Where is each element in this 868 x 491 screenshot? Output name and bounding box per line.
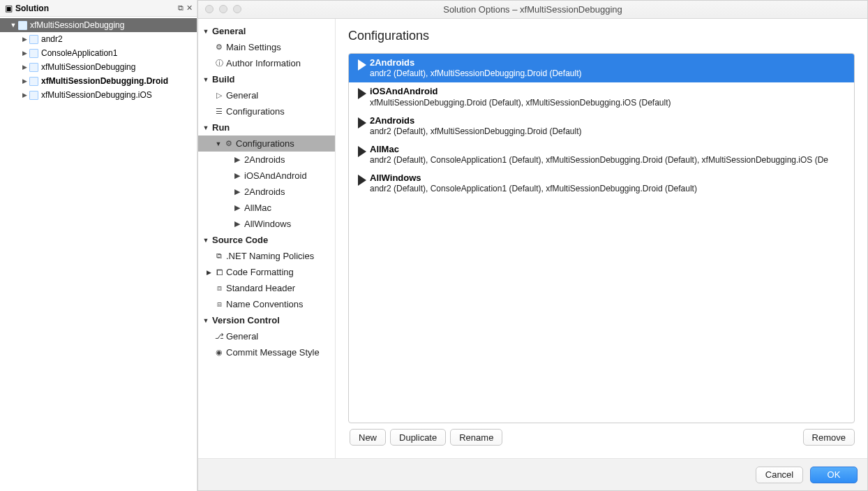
chevron-down-icon[interactable]: ▼ <box>201 124 211 131</box>
chevron-down-icon[interactable]: ▼ <box>214 140 223 147</box>
chevron-right-icon[interactable]: ▶ <box>20 64 29 71</box>
nav-item-build-configurations[interactable]: ☰Configurations <box>198 103 335 119</box>
project-label: xfMultiSessionDebugging <box>41 62 135 72</box>
content-pane: Configurations 2Androids andr2 (Default)… <box>336 19 867 458</box>
configuration-name: AllMac <box>370 144 848 155</box>
gear-icon: ⚙ <box>223 139 234 148</box>
chevron-down-icon[interactable]: ▼ <box>201 237 211 244</box>
nav-item-main-settings[interactable]: ⚙Main Settings <box>198 39 335 55</box>
play-icon: ▶ <box>232 171 243 180</box>
play-icon: ▶ <box>232 203 243 212</box>
window-close-button[interactable] <box>205 5 214 13</box>
branch-icon: ⎇ <box>214 332 225 341</box>
nav-section-general[interactable]: ▼General <box>198 23 335 39</box>
ok-button[interactable]: OK <box>810 467 858 483</box>
play-icon: ▶ <box>232 187 243 196</box>
rename-button[interactable]: Rename <box>450 429 502 446</box>
project-icon <box>29 49 38 58</box>
configuration-desc: xfMultiSessionDebugging.Droid (Default),… <box>370 98 848 108</box>
project-label: xfMultiSessionDebugging.iOS <box>41 90 152 100</box>
panel-pin-button[interactable]: ⧉ <box>178 3 184 13</box>
configuration-name: 2Androids <box>370 57 848 68</box>
nav-item-name-conventions[interactable]: ⧇Name Conventions <box>198 296 335 312</box>
nav-item-author-info[interactable]: ⓘAuthor Information <box>198 55 335 71</box>
nav-item-run-config[interactable]: ▶AllWindows <box>198 216 335 232</box>
configuration-item[interactable]: 2Androids andr2 (Default), xfMultiSessio… <box>349 54 854 82</box>
nav-item-naming-policies[interactable]: ⧉.NET Naming Policies <box>198 248 335 264</box>
chevron-right-icon[interactable]: ▶ <box>204 269 214 276</box>
project-item[interactable]: ▶ ConsoleApplication1 <box>0 46 197 60</box>
configuration-desc: andr2 (Default), xfMultiSessionDebugging… <box>370 68 848 79</box>
play-icon <box>354 143 370 158</box>
chevron-right-icon[interactable]: ▶ <box>20 91 29 98</box>
project-item[interactable]: ▶ xfMultiSessionDebugging.iOS <box>0 88 197 102</box>
solution-root-item[interactable]: ▼ xfMultiSessionDebugging <box>0 18 197 32</box>
play-icon: ▶ <box>232 219 243 228</box>
panel-close-button[interactable]: ✕ <box>186 3 193 13</box>
solution-root-label: xfMultiSessionDebugging <box>30 20 124 30</box>
solution-panel-header: ▣ Solution ⧉ ✕ <box>0 0 197 17</box>
list-icon: ☰ <box>214 107 225 116</box>
configuration-name: iOSAndAndroid <box>370 86 848 97</box>
chevron-right-icon[interactable]: ▶ <box>20 36 29 43</box>
nav-section-run[interactable]: ▼Run <box>198 119 335 135</box>
configuration-item[interactable]: AllWindows andr2 (Default), ConsoleAppli… <box>349 169 854 198</box>
chevron-right-icon[interactable]: ▶ <box>20 78 29 85</box>
configuration-name: AllWindows <box>370 173 848 184</box>
play-icon <box>354 85 370 100</box>
chevron-down-icon[interactable]: ▼ <box>201 28 211 35</box>
play-icon: ▷ <box>214 91 225 100</box>
configuration-name: 2Androids <box>370 115 848 126</box>
project-icon <box>29 77 38 86</box>
project-icon <box>29 91 38 100</box>
window-controls[interactable] <box>205 5 241 13</box>
project-icon <box>29 35 38 44</box>
nav-item-commit-style[interactable]: ◉Commit Message Style <box>198 344 335 360</box>
nav-item-standard-header[interactable]: ⧈Standard Header <box>198 280 335 296</box>
remove-button[interactable]: Remove <box>803 429 855 446</box>
play-icon <box>354 57 370 71</box>
configuration-item[interactable]: iOSAndAndroid xfMultiSessionDebugging.Dr… <box>349 82 854 111</box>
solution-panel: ▣ Solution ⧉ ✕ ▼ xfMultiSessionDebugging… <box>0 0 197 491</box>
configuration-desc: andr2 (Default), xfMultiSessionDebugging… <box>370 126 848 137</box>
code-icon: ⧠ <box>214 268 225 277</box>
configurations-list[interactable]: 2Androids andr2 (Default), xfMultiSessio… <box>348 53 855 423</box>
project-item[interactable]: ▶ xfMultiSessionDebugging.Droid <box>0 74 197 88</box>
chevron-down-icon[interactable]: ▼ <box>201 76 211 83</box>
nav-item-run-configurations[interactable]: ▼⚙Configurations <box>198 135 335 152</box>
nav-section-source-code[interactable]: ▼Source Code <box>198 232 335 248</box>
nav-section-version-control[interactable]: ▼Version Control <box>198 312 335 328</box>
dialog-titlebar[interactable]: Solution Options – xfMultiSessionDebuggi… <box>198 1 867 19</box>
options-nav[interactable]: ▼General ⚙Main Settings ⓘAuthor Informat… <box>198 19 336 458</box>
nav-item-run-config[interactable]: ▶2Androids <box>198 184 335 200</box>
window-zoom-button[interactable] <box>233 5 241 13</box>
project-label: xfMultiSessionDebugging.Droid <box>41 76 168 86</box>
solution-icon <box>18 21 27 30</box>
nav-item-run-config[interactable]: ▶AllMac <box>198 200 335 216</box>
chevron-down-icon[interactable]: ▼ <box>8 22 18 29</box>
dialog-footer: Cancel OK <box>198 459 867 490</box>
configurations-toolbar: New Duplicate Rename Remove <box>348 423 855 451</box>
configuration-item[interactable]: 2Androids andr2 (Default), xfMultiSessio… <box>349 112 854 140</box>
info-icon: ⓘ <box>214 58 225 68</box>
cancel-button[interactable]: Cancel <box>756 467 803 483</box>
chevron-right-icon[interactable]: ▶ <box>20 50 29 57</box>
gear-icon: ⚙ <box>214 43 225 52</box>
window-minimize-button[interactable] <box>219 5 227 13</box>
nav-item-run-config[interactable]: ▶iOSAndAndroid <box>198 168 335 184</box>
nav-item-build-general[interactable]: ▷General <box>198 87 335 103</box>
configuration-item[interactable]: AllMac andr2 (Default), ConsoleApplicati… <box>349 140 854 169</box>
project-item[interactable]: ▶ xfMultiSessionDebugging <box>0 60 197 74</box>
nav-item-code-formatting[interactable]: ▶⧠Code Formatting <box>198 264 335 280</box>
chevron-down-icon[interactable]: ▼ <box>201 317 211 324</box>
nav-item-vc-general[interactable]: ⎇General <box>198 328 335 344</box>
content-title: Configurations <box>348 29 855 43</box>
nav-item-run-config[interactable]: ▶2Androids <box>198 152 335 168</box>
duplicate-button[interactable]: Duplicate <box>390 429 446 446</box>
play-icon <box>354 172 370 186</box>
tag-icon: ⧉ <box>214 251 225 261</box>
project-item[interactable]: ▶ andr2 <box>0 32 197 46</box>
solution-tree[interactable]: ▼ xfMultiSessionDebugging ▶ andr2 ▶ Cons… <box>0 17 197 102</box>
nav-section-build[interactable]: ▼Build <box>198 71 335 87</box>
new-button[interactable]: New <box>350 429 386 446</box>
